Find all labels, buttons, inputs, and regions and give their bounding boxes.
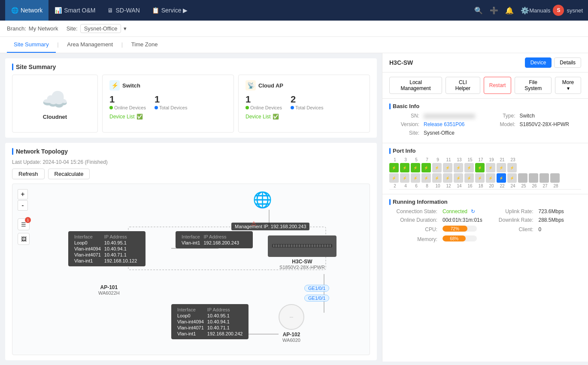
online-duration-item: Online Duration: 00d:01h:31m:01s bbox=[389, 217, 485, 223]
basic-info-title: Basic Info bbox=[389, 103, 581, 109]
cpu-bar: 72% bbox=[443, 226, 477, 232]
file-system-button[interactable]: File System bbox=[515, 77, 552, 94]
main-layout: Site Summary ☁️ Cloudnet ⚡ Switch bbox=[0, 53, 588, 362]
local-management-button[interactable]: Local Management bbox=[389, 77, 442, 94]
branch-label: Branch: bbox=[7, 25, 26, 32]
port-3[interactable]: ⚡ bbox=[400, 163, 409, 172]
online-duration-value: 00d:01h:31m:01s bbox=[443, 217, 482, 223]
port-7[interactable]: ⚡ bbox=[421, 163, 431, 172]
zoom-in-button[interactable]: + bbox=[18, 189, 28, 199]
port-15[interactable]: ⚡ bbox=[464, 163, 474, 172]
port-19[interactable]: ⚡ bbox=[486, 163, 495, 172]
search-icon[interactable]: 🔍 bbox=[474, 6, 483, 15]
port-17[interactable]: ⚡ bbox=[475, 163, 485, 172]
memory-fill: 68% bbox=[443, 235, 466, 241]
nav-user[interactable]: Manuals S sysnet bbox=[529, 5, 583, 16]
tab-area-management[interactable]: Area Management bbox=[60, 37, 120, 53]
nav-network[interactable]: 🌐 Network bbox=[5, 0, 48, 21]
site-label: Site: bbox=[67, 25, 78, 32]
ap101-info-node[interactable]: InterfaceIP Address Loop010.40.95.1 Vlan… bbox=[68, 231, 145, 266]
cpu-item: CPU: 72% bbox=[389, 226, 485, 233]
port-4[interactable]: ⚡ bbox=[400, 173, 409, 183]
port-24[interactable]: ⚡ bbox=[507, 173, 517, 183]
more-button[interactable]: More ▾ bbox=[555, 77, 581, 94]
right-header-buttons: Device Details bbox=[525, 57, 581, 68]
device-name: H3C-SW bbox=[389, 59, 413, 66]
refresh-button[interactable]: Refresh bbox=[12, 169, 45, 179]
zoom-out-button[interactable]: - bbox=[18, 200, 28, 211]
port-10[interactable]: ⚡ bbox=[432, 173, 442, 183]
port-22[interactable]: ⚡ bbox=[497, 173, 506, 183]
port-25[interactable] bbox=[518, 173, 527, 183]
settings-icon[interactable]: ⚙️ bbox=[521, 6, 529, 15]
port-13[interactable]: ⚡ bbox=[454, 163, 463, 172]
chevron-down-icon: ▾ bbox=[124, 25, 127, 32]
h3csw-info-node[interactable]: InterfaceIP Address Vlan-int1192.168.200… bbox=[176, 231, 253, 248]
port-26[interactable] bbox=[529, 173, 538, 183]
device-button[interactable]: Device bbox=[525, 57, 552, 68]
downlink-rate-item: Downlink Rate: 288.5Mbps bbox=[485, 217, 582, 223]
port-8[interactable]: ⚡ bbox=[421, 173, 431, 183]
details-button[interactable]: Details bbox=[554, 57, 581, 68]
cloudnet-label: Cloudnet bbox=[43, 114, 67, 120]
nav-sdwan[interactable]: 🖥 SD-WAN bbox=[101, 0, 145, 21]
cpu-fill: 72% bbox=[443, 226, 467, 232]
refresh-icon[interactable]: ↻ bbox=[471, 208, 475, 214]
ap102-info-node[interactable]: InterfaceIP Address Loop010.40.95.1 Vlan… bbox=[171, 304, 249, 339]
port-12[interactable]: ⚡ bbox=[443, 173, 452, 183]
add-icon[interactable]: ➕ bbox=[490, 6, 498, 15]
bell-icon[interactable]: 🔔 bbox=[505, 6, 514, 15]
switch-card: ⚡ Switch 1 Online Devices 1 Total Device… bbox=[102, 75, 234, 133]
topo-badge: 1 bbox=[25, 217, 31, 223]
nav-service-label: Service ▶ bbox=[161, 7, 188, 14]
switch-device-list[interactable]: Device List ✅ bbox=[109, 114, 227, 120]
cloudnet-card: ☁️ Cloudnet bbox=[12, 75, 98, 133]
service-icon: 📋 bbox=[152, 7, 159, 14]
port-16[interactable]: ⚡ bbox=[464, 173, 474, 183]
tab-site-summary[interactable]: Site Summary bbox=[7, 37, 56, 53]
nav-network-label: Network bbox=[21, 7, 42, 14]
basic-info-section: Basic Info SN: Type: Switch Version: Rel… bbox=[382, 99, 588, 143]
switch-icon: ⚡ bbox=[109, 80, 120, 90]
cloud-ap-online-count: 1 bbox=[246, 94, 282, 105]
nav-service[interactable]: 📋 Service ▶ bbox=[146, 0, 194, 21]
manuals-link[interactable]: Manuals bbox=[529, 7, 550, 14]
h3csw-device[interactable]: H3C-SW S1850V2-28X-HPWR bbox=[268, 235, 336, 270]
port-11[interactable]: ⚡ bbox=[443, 163, 452, 172]
summary-cards: ☁️ Cloudnet ⚡ Switch 1 Online Devices bbox=[12, 75, 370, 133]
port-2[interactable]: ⚡ bbox=[389, 173, 399, 183]
port-info-section: Port Info 13 57 911 1315 1719 2123 ⚡ ⚡ ⚡… bbox=[382, 143, 588, 194]
site-value[interactable]: Sysnet-Office bbox=[80, 24, 121, 33]
restart-button[interactable]: Restart bbox=[484, 77, 512, 94]
internet-node: 🌐 bbox=[253, 191, 272, 209]
tab-time-zone[interactable]: Time Zone bbox=[124, 37, 165, 53]
network-topology-title: Network Topology bbox=[12, 148, 370, 155]
port-23[interactable]: ⚡ bbox=[507, 163, 517, 172]
nav-smart-om[interactable]: 📊 Smart O&M bbox=[48, 0, 101, 21]
sn-blurred bbox=[424, 114, 475, 119]
uplink-rate-value: 723.6Mbps bbox=[539, 208, 564, 214]
port-28[interactable] bbox=[550, 173, 560, 183]
port-14[interactable]: ⚡ bbox=[454, 173, 463, 183]
port-6[interactable]: ⚡ bbox=[411, 173, 420, 183]
port-1[interactable]: ⚡ bbox=[389, 163, 399, 172]
cloud-ap-label: Cloud AP bbox=[258, 82, 283, 89]
ap102-device[interactable]: ··· AP-102 WA6020 bbox=[279, 304, 304, 343]
branch-value[interactable]: My Network bbox=[29, 25, 58, 32]
smart-om-icon: 📊 bbox=[55, 7, 62, 14]
port-18[interactable]: ⚡ bbox=[475, 173, 485, 183]
topo-image-icon[interactable]: 🖼 bbox=[18, 233, 30, 245]
cli-helper-button[interactable]: CLI Helper bbox=[446, 77, 480, 94]
port-20[interactable]: ⚡ bbox=[486, 173, 495, 183]
port-row-odd: ⚡ ⚡ ⚡ ⚡ ⚡ ⚡ ⚡ ⚡ ⚡ ⚡ ⚡ ⚡ bbox=[389, 163, 581, 172]
port-21[interactable]: ⚡ bbox=[497, 163, 506, 172]
version-link[interactable]: Release 6351P06 bbox=[424, 121, 485, 127]
port-info-title: Port Info bbox=[389, 148, 581, 154]
port-27[interactable] bbox=[540, 173, 549, 183]
recalculate-button[interactable]: Recalculate bbox=[48, 169, 90, 179]
port-9[interactable]: ⚡ bbox=[432, 163, 442, 172]
port-5[interactable]: ⚡ bbox=[411, 163, 420, 172]
topo-list-icon[interactable]: ☰ 1 bbox=[18, 218, 30, 230]
left-panel: Site Summary ☁️ Cloudnet ⚡ Switch bbox=[0, 53, 382, 362]
cloud-ap-device-list[interactable]: Device List ✅ bbox=[246, 114, 363, 120]
